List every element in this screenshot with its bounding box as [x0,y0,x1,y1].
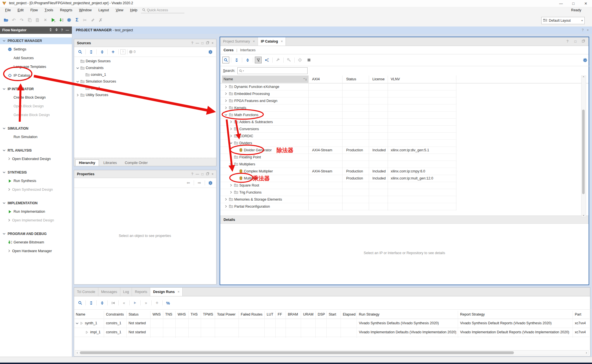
expand-all-icon[interactable] [98,48,106,56]
chevron-right-icon[interactable] [230,184,233,187]
search-icon[interactable] [76,299,84,307]
help-icon[interactable]: ? [565,39,570,43]
settings-gear-icon[interactable] [65,16,73,24]
close-tab-icon[interactable]: × [178,290,180,294]
sidebar-item-ip-catalog[interactable]: IP Catalog [0,72,72,79]
run-icon[interactable] [131,299,139,307]
collapse-all-icon[interactable] [49,28,52,32]
minimize-icon[interactable]: — [66,28,69,32]
menu-reports[interactable]: Reports [57,7,76,14]
close-tab-icon[interactable]: × [281,39,283,43]
ip-row-square-root[interactable]: Square Root [220,182,456,189]
ip-row-conversions[interactable]: Conversions [220,125,456,133]
sources-tree-item-sim_1[interactable]: sim_1 [81,85,100,92]
runs-column-failed-routes[interactable]: Failed Routes [241,310,262,319]
runs-column-run-strategy[interactable]: Run Strategy [359,310,379,319]
column-header-vlnv[interactable]: VLNV [389,76,456,83]
sidebar-item-run-synthesis[interactable]: Run Synthesis [0,177,72,184]
forward-arrow-icon[interactable]: ➡ [196,179,203,187]
runs-column-start[interactable]: Start [329,310,336,319]
sum-icon[interactable]: Σ [73,16,81,24]
runs-column-tpws[interactable]: TPWS [203,310,213,319]
chevron-right-icon[interactable] [230,191,233,194]
search-icon[interactable] [222,57,229,63]
column-header-name[interactable]: Name⌃1 [222,76,309,83]
open-project-icon[interactable] [2,16,10,24]
help-icon[interactable]: ? [580,28,585,32]
ip-row-divider-generator[interactable]: Divider GeneratorAXI4-StreamProductionIn… [220,147,456,154]
maximize-icon[interactable]: □ [200,41,205,45]
sources-tab-compile-order[interactable]: Compile Order [122,160,151,166]
tab-interfaces[interactable]: Interfaces [240,48,256,52]
sidebar-item-open-implemented-design[interactable]: Open Implemented Design [0,217,72,224]
runs-column-part[interactable]: Part [575,310,581,319]
ip-tree-scrollbar[interactable]: ⌃ ⌄ [581,76,586,217]
sidebar-item-run-simulation[interactable]: Run Simulation [0,134,72,140]
ip-row-dividers[interactable]: Dividers [220,139,456,147]
tab-cores[interactable]: Cores [220,48,233,52]
runs-column-status[interactable]: Status [129,310,138,319]
runs-column-whs[interactable]: WHS [178,310,186,319]
maximize-icon[interactable]: □ [573,39,578,43]
ip-row-adders-subtracters[interactable]: Adders & Subtracters [220,118,456,126]
sidebar-item-open-block-design[interactable]: Open Block Design [0,103,72,110]
runs-column-lut[interactable]: LUT [267,310,273,319]
chevron-right-icon[interactable] [225,92,228,95]
runs-column-wns[interactable]: WNS [153,310,161,319]
ip-row-cordic[interactable]: CORDIC [220,132,456,140]
table-row-impl_1[interactable]: impl_1constrs_1Not startedVivado Impleme… [74,328,589,337]
chevron-right-icon[interactable] [225,106,228,109]
ip-row-multipliers[interactable]: Multipliers [220,161,456,168]
sidebar-item-generate-block-design[interactable]: Generate Block Design [0,112,72,118]
ip-row-dynamic-function-exchange[interactable]: Dynamic Function eXchange [220,83,456,90]
ip-row-partial-reconfiguration[interactable]: Partial Reconfiguration [220,203,456,210]
close-icon[interactable]: × [210,41,215,45]
group-by-icon[interactable] [263,56,271,64]
float-icon[interactable] [205,172,210,176]
chevron-right-icon[interactable] [225,198,228,201]
chevron-down-icon[interactable] [225,114,228,116]
menu-window[interactable]: Window [76,7,95,14]
gear-icon[interactable] [207,179,214,187]
chevron-right-icon[interactable] [225,205,228,208]
table-row-synth_1[interactable]: synth_1constrs_1Not startedVivado Synthe… [74,319,589,328]
ip-search-input[interactable]: ▾ [237,67,308,74]
chevron-down-icon[interactable] [230,163,233,165]
results-tab-design-runs[interactable]: Design Runs× [150,288,183,296]
ip-row-multiplier[interactable]: MultiplierProductionIncludedxilinx.com:i… [220,175,456,182]
collapse-all-icon[interactable] [233,56,240,64]
column-header-status[interactable]: Status [344,76,371,83]
sidebar-item-run-implementation[interactable]: Run Implementation [0,208,72,215]
sidebar-item-generate-bitstream[interactable]: 0110Generate Bitstream [0,239,72,246]
close-tab-icon[interactable]: × [253,39,255,43]
minimize-icon[interactable]: — [195,41,200,45]
collapse-all-icon[interactable] [87,48,95,56]
sources-tab-hierarchy[interactable]: Hierarchy [75,159,99,166]
float-icon[interactable] [581,39,586,43]
chevron-down-icon[interactable] [76,80,79,83]
sidebar-item-open-hardware-manager[interactable]: Open Hardware Manager [0,248,72,254]
runs-column-report-strategy[interactable]: Report Strategy [460,310,485,319]
expand-all-icon[interactable] [98,299,106,307]
menu-layout[interactable]: Layout [95,7,112,14]
menu-file[interactable]: File [2,7,14,14]
ip-row-floating-point[interactable]: Floating Point [220,154,456,161]
minimize-icon[interactable]: — [195,172,200,176]
sources-tree-item-utility-sources[interactable]: Utility Sources [76,92,108,98]
collapse-all-icon[interactable] [87,299,95,307]
column-header-license[interactable]: License [371,76,389,83]
chevron-right-icon[interactable] [230,156,233,158]
create-run-button[interactable]: + [153,299,161,307]
menu-tools[interactable]: Tools [41,7,57,14]
help-icon[interactable]: ? [61,28,63,32]
sources-tab-libraries[interactable]: Libraries [100,160,120,166]
sidebar-item-open-elaborated-design[interactable]: Open Elaborated Design [0,156,72,162]
chevron-right-icon[interactable] [230,121,233,123]
maximize-icon[interactable]: □ [200,172,205,176]
search-icon[interactable] [76,48,84,56]
flow-section-ip-integrator[interactable]: IP INTEGRATOR [0,86,72,92]
flow-section-implementation[interactable]: IMPLEMENTATION [0,200,72,207]
menu-help[interactable]: Help [127,7,141,14]
sidebar-item-create-block-design[interactable]: Create Block Design [0,94,72,101]
column-header-axi4[interactable]: AXI4 [310,76,344,83]
